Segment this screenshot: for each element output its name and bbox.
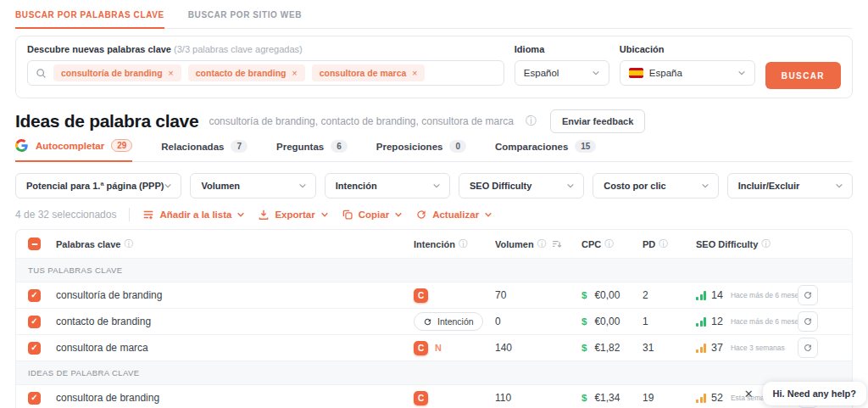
keyword-cell[interactable]: consultoría de branding <box>56 289 414 301</box>
panel-title-text: Descubre nuevas palabras clave <box>27 44 171 54</box>
language-select[interactable]: Español <box>515 60 609 86</box>
info-icon[interactable]: ⓘ <box>659 238 668 250</box>
difficulty-bars-icon <box>696 344 706 353</box>
pd-cell: 1 <box>643 316 696 327</box>
intent-commercial-badge: C <box>414 288 428 303</box>
keyword-cell[interactable]: contacto de branding <box>56 316 414 327</box>
volume-cell: 70 <box>495 289 581 301</box>
section-ideas-de-palabra-clave: IDEAS DE PALABRA CLAVE <box>16 360 852 384</box>
remove-tag-icon[interactable]: × <box>412 68 417 78</box>
keyword-search-input[interactable]: consultoría de branding × contacto de br… <box>27 60 504 86</box>
column-cpc: CPC <box>581 239 601 249</box>
chevron-down-icon <box>432 182 441 190</box>
row-refresh-button[interactable] <box>798 311 818 332</box>
dollar-icon: $ <box>581 393 587 403</box>
panel-title: Descubre nuevas palabras clave (3/3 pala… <box>27 44 504 54</box>
page-subtitle: consultoría de branding, contacto de bra… <box>209 115 514 127</box>
selection-count: 4 de 32 seleccionados <box>15 209 116 221</box>
select-all-checkbox[interactable] <box>28 238 41 250</box>
volume-cell: 140 <box>495 342 581 354</box>
filter-label: Volumen <box>201 181 240 191</box>
row-checkbox[interactable] <box>28 316 41 328</box>
filter-intencion[interactable]: Intención <box>325 173 450 198</box>
filter-volumen[interactable]: Volumen <box>190 173 315 198</box>
tab-label: Autocompletar <box>36 141 104 151</box>
tab-autocompletar[interactable]: Autocompletar 29 <box>15 139 132 162</box>
filter-label: Costo por clic <box>604 181 665 191</box>
chevron-down-icon <box>394 210 403 219</box>
info-icon[interactable]: ⓘ <box>761 238 771 250</box>
keyword-tag: consultora de marca × <box>312 64 426 81</box>
seo-difficulty-value: 14 <box>711 289 723 301</box>
filter-seo-difficulty[interactable]: SEO Difficulty <box>459 173 584 198</box>
feedback-button[interactable]: Enviar feedback <box>550 109 645 133</box>
seo-updated-label: Hace 3 semanas <box>731 344 785 352</box>
language-label: Idioma <box>515 44 609 54</box>
pd-cell: 2 <box>643 289 696 301</box>
fetch-intent-button[interactable]: Intención <box>414 312 483 331</box>
download-icon <box>258 209 270 221</box>
copy-icon <box>342 209 353 221</box>
filter-label: Intención <box>336 181 377 191</box>
language-value: Español <box>524 68 559 78</box>
chevron-down-icon <box>701 182 709 190</box>
filter-incluir-excluir[interactable]: Incluir/Excluir <box>727 173 853 198</box>
tab-buscar-por-palabras-clave[interactable]: BUSCAR POR PALABRAS CLAVE <box>15 10 164 29</box>
cpc-cell: €0,00 <box>594 289 620 301</box>
keyword-cell[interactable]: consultora de branding <box>56 392 414 404</box>
tab-relacionadas[interactable]: Relacionadas 7 <box>161 140 248 161</box>
buscar-button[interactable]: BUSCAR <box>765 62 841 89</box>
panel-count-note: (3/3 palabras clave agregadas) <box>174 44 303 54</box>
column-volumen: Volumen <box>495 239 534 249</box>
tab-preguntas[interactable]: Preguntas 6 <box>276 140 348 161</box>
row-checkbox[interactable] <box>28 289 41 302</box>
info-icon[interactable]: ⓘ <box>537 238 547 250</box>
difficulty-bars-icon <box>696 394 706 403</box>
filter-ppp[interactable]: Potencial para 1.ª página (PPP) <box>15 173 181 198</box>
chat-message-bubble[interactable]: Hi. Need any help? <box>763 382 866 405</box>
column-intencion: Intención <box>414 239 455 249</box>
row-checkbox[interactable] <box>28 342 41 355</box>
search-icon <box>36 68 47 79</box>
add-to-list-button[interactable]: Añadir a la lista <box>142 209 245 221</box>
close-icon[interactable]: ✕ <box>744 388 754 400</box>
remove-tag-icon[interactable]: × <box>292 68 298 78</box>
table-header-row: Palabras claveⓘ Intenciónⓘ Volumenⓘ CPCⓘ… <box>16 230 852 258</box>
refresh-icon <box>415 209 427 221</box>
row-checkbox[interactable] <box>28 392 41 405</box>
seo-difficulty-value: 12 <box>711 316 723 327</box>
filter-costo-por-clic[interactable]: Costo por clic <box>593 173 718 198</box>
remove-tag-icon[interactable]: × <box>169 68 174 78</box>
tab-preposiciones[interactable]: Preposiciones 0 <box>376 140 466 161</box>
refresh-icon <box>803 316 813 327</box>
column-palabras-clave: Palabras clave <box>56 239 120 249</box>
chevron-down-icon <box>566 182 575 190</box>
copy-button[interactable]: Copiar <box>342 209 403 221</box>
export-button[interactable]: Exportar <box>258 209 328 221</box>
row-refresh-button[interactable] <box>798 285 818 305</box>
tab-count-badge: 7 <box>231 140 248 153</box>
info-icon[interactable]: ⓘ <box>526 114 537 129</box>
refresh-button[interactable]: Actualizar <box>415 209 492 221</box>
section-tus-palabras-clave: TUS PALABRAS CLAVE <box>16 258 852 282</box>
keyword-cell[interactable]: consultora de marca <box>56 342 414 354</box>
info-icon[interactable]: ⓘ <box>459 238 468 250</box>
info-icon[interactable]: ⓘ <box>604 238 614 250</box>
action-label: Añadir a la lista <box>159 210 231 220</box>
filter-label: Incluir/Excluir <box>738 181 800 191</box>
row-refresh-button[interactable] <box>798 338 818 358</box>
tab-label: Preposiciones <box>376 142 443 152</box>
pd-cell: 19 <box>643 392 696 404</box>
sort-desc-icon[interactable] <box>551 238 562 249</box>
tab-count-badge: 6 <box>331 140 348 153</box>
info-icon[interactable]: ⓘ <box>124 238 133 250</box>
tab-comparaciones[interactable]: Comparaciones 15 <box>495 140 596 161</box>
chevron-down-icon <box>164 182 172 190</box>
filter-label: SEO Difficulty <box>470 181 531 191</box>
location-select[interactable]: España <box>620 60 755 86</box>
column-seo-difficulty: SEO Difficulty <box>696 239 758 249</box>
tab-buscar-por-sitio-web[interactable]: BUSCAR POR SITIO WEB <box>188 10 302 28</box>
column-pd: PD <box>643 239 655 249</box>
action-label: Actualizar <box>432 210 479 220</box>
dollar-icon: $ <box>581 290 587 300</box>
